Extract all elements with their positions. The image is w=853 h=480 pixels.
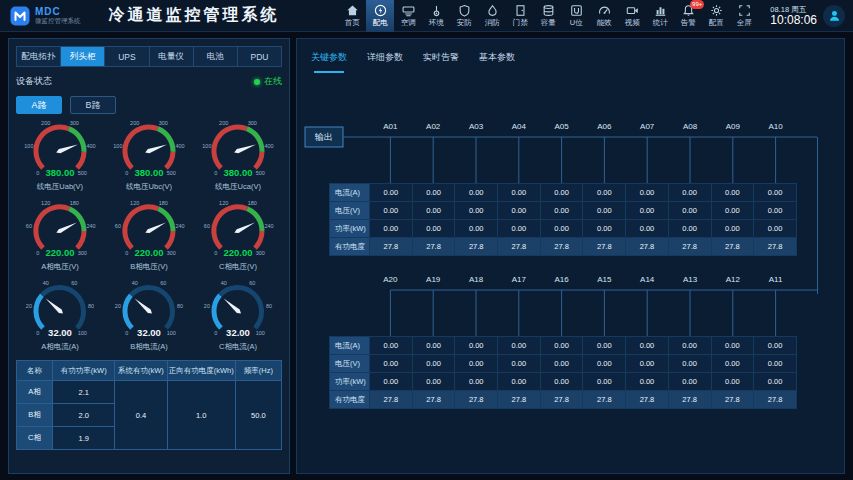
bus-lines-1: 输出A01A02A03A04A05A06A07A08A09A10 <box>297 99 842 183</box>
table-row: 有功电度27.827.827.827.827.827.827.827.827.8… <box>330 238 797 256</box>
param-row-label: 功率(kW) <box>330 220 370 238</box>
home-icon <box>346 4 359 17</box>
svg-text:300: 300 <box>255 250 264 256</box>
logo: MDC 微监控管理系统 <box>10 6 81 26</box>
svg-text:200: 200 <box>41 120 50 126</box>
nav-item-settings[interactable]: 配置 <box>702 0 730 32</box>
nav-item-door[interactable]: 门禁 <box>506 0 534 32</box>
svg-text:200: 200 <box>219 120 228 126</box>
active-power-cell: 2.1 <box>53 381 115 404</box>
gauge-needle <box>57 145 79 154</box>
logo-abbr: MDC <box>35 7 81 17</box>
nav-item-environment[interactable]: 环境 <box>422 0 450 32</box>
tab-ups[interactable]: UPS <box>105 47 149 66</box>
param-value-cell: 0.00 <box>668 202 711 220</box>
nav-item-video[interactable]: 视频 <box>618 0 646 32</box>
param-value-cell: 0.00 <box>626 355 669 373</box>
nav-item-security[interactable]: 安防 <box>450 0 478 32</box>
gauge-label: 线电压Ubc(V) <box>126 182 172 191</box>
param-value-cell: 0.00 <box>455 220 498 238</box>
nav-item-statistics[interactable]: 统计 <box>646 0 674 32</box>
svg-text:300: 300 <box>70 120 79 126</box>
svg-text:80: 80 <box>266 303 272 309</box>
svg-text:40: 40 <box>132 280 138 286</box>
param-value-cell: 0.00 <box>626 373 669 391</box>
summary-col-header: 名称 <box>17 361 53 381</box>
tab-row-cabinet[interactable]: 列头柜 <box>61 47 105 66</box>
param-value-cell: 0.00 <box>583 220 626 238</box>
param-value-cell: 0.00 <box>626 202 669 220</box>
svg-text:60: 60 <box>203 223 209 229</box>
gauge-needle <box>234 145 256 154</box>
nav-item-hvac[interactable]: 空调 <box>394 0 422 32</box>
param-value-cell: 0.00 <box>583 373 626 391</box>
gauge-needle <box>145 222 166 233</box>
nav-item-capacity[interactable]: 容量 <box>534 0 562 32</box>
gauge-value: 220.00 <box>223 247 252 258</box>
nav-item-power[interactable]: 配电 <box>366 0 394 32</box>
nav-item-u-position[interactable]: U位 <box>562 0 590 32</box>
tab-meter[interactable]: 电量仪 <box>150 47 194 66</box>
tab-topology[interactable]: 配电拓扑 <box>17 47 61 66</box>
branch-label: A04 <box>512 122 527 131</box>
nav-item-efficiency[interactable]: 能效 <box>590 0 618 32</box>
tab-realtime-alarms[interactable]: 实时告警 <box>423 51 459 73</box>
param-value-cell: 27.8 <box>370 391 413 409</box>
security-icon <box>458 4 471 17</box>
gauge-value: 380.00 <box>223 167 252 178</box>
branch-label: A09 <box>726 122 741 131</box>
nav-item-label: 门禁 <box>513 18 528 28</box>
gauge-label: A相电流(A) <box>42 342 80 351</box>
param-value-cell: 0.00 <box>540 202 583 220</box>
branch-label: A14 <box>640 275 655 284</box>
param-value-cell: 27.8 <box>455 391 498 409</box>
nav-item-fire[interactable]: 消防 <box>478 0 506 32</box>
gauge-label: 线电压Uab(V) <box>37 182 84 191</box>
fire-icon <box>486 4 499 17</box>
svg-text:180: 180 <box>159 200 168 206</box>
gauge-needle <box>57 222 78 233</box>
svg-text:500: 500 <box>255 170 264 176</box>
active-power-cell: 1.9 <box>53 427 115 450</box>
svg-text:0: 0 <box>125 330 128 336</box>
nav-item-label: U位 <box>570 18 583 28</box>
tab-detail-params[interactable]: 详细参数 <box>367 51 403 73</box>
avatar[interactable] <box>823 5 845 27</box>
nav-item-home[interactable]: 首页 <box>338 0 366 32</box>
phase-name-cell: C相 <box>17 427 53 450</box>
param-value-cell: 0.00 <box>370 202 413 220</box>
gauge-label: A相电压(V) <box>42 262 80 271</box>
logo-icon <box>10 6 30 26</box>
tab-battery[interactable]: 电池 <box>194 47 238 66</box>
param-value-cell: 0.00 <box>711 373 754 391</box>
nav-item-fullscreen[interactable]: 全屏 <box>730 0 758 32</box>
nav-item-alarm[interactable]: 告警99+ <box>674 0 702 32</box>
tab-basic-params[interactable]: 基本参数 <box>479 51 515 73</box>
param-value-cell: 27.8 <box>711 238 754 256</box>
door-icon <box>514 4 527 17</box>
device-type-tabs: 配电拓扑列头柜UPS电量仪电池PDU <box>16 46 282 67</box>
bus-section-1: 输出A01A02A03A04A05A06A07A08A09A10电流(A)0.0… <box>297 73 844 256</box>
bus-lines-2: A20A19A18A17A16A15A14A13A12A11 <box>297 270 842 336</box>
branch-label: A06 <box>597 122 612 131</box>
branch-label: A18 <box>469 275 484 284</box>
param-value-cell: 27.8 <box>626 391 669 409</box>
param-value-cell: 0.00 <box>668 220 711 238</box>
gauge-cell-phase-b-voltage: 060120180240300220.00B相电压(V) <box>105 196 194 274</box>
param-value-cell: 0.00 <box>370 337 413 355</box>
table-row: A相2.10.41.050.0 <box>17 381 282 404</box>
svg-text:500: 500 <box>167 170 176 176</box>
svg-text:300: 300 <box>78 250 87 256</box>
nav-item-label: 统计 <box>653 18 668 28</box>
tab-key-params[interactable]: 关键参数 <box>311 51 347 73</box>
route-b-button[interactable]: B路 <box>70 96 116 114</box>
svg-text:20: 20 <box>203 303 209 309</box>
gauge-label: C相电压(V) <box>219 262 257 271</box>
gauge-cell-phase-b-current: 02040608010032.00B相电流(A) <box>105 276 194 354</box>
gauge-line-voltage-uab: 0100200300400500380.00线电压Uab(V) <box>16 116 104 194</box>
route-a-button[interactable]: A路 <box>16 96 62 114</box>
tab-pdu[interactable]: PDU <box>238 47 281 66</box>
svg-text:100: 100 <box>25 143 34 149</box>
svg-text:60: 60 <box>249 280 255 286</box>
svg-text:100: 100 <box>167 330 176 336</box>
